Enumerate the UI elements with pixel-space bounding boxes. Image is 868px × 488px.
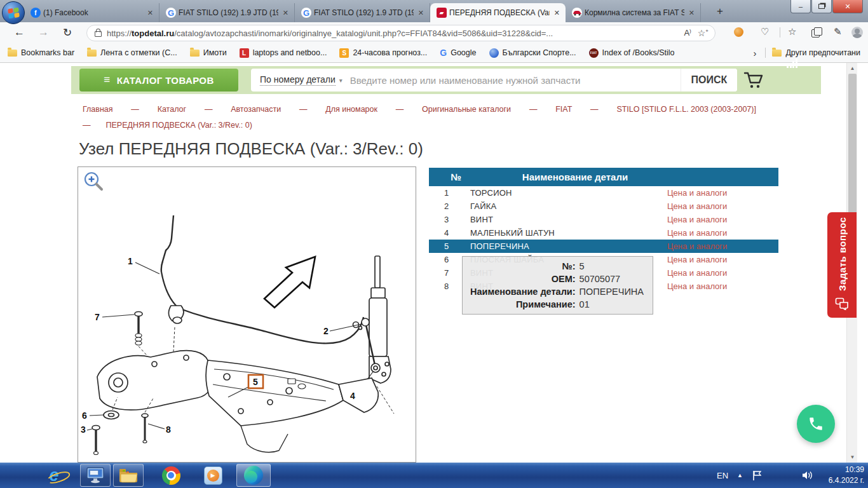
- part-name: ТОРСИОН: [464, 188, 667, 198]
- table-row[interactable]: 3 ВИНТ Цена и аналоги: [429, 213, 778, 226]
- chevron-down-icon[interactable]: ▾: [339, 77, 342, 84]
- zoom-in-icon[interactable]: [85, 173, 102, 189]
- part-5-marker[interactable]: 5: [248, 375, 263, 388]
- bookmark-imoti[interactable]: Имоти: [190, 48, 227, 57]
- tooltip-label: OEM:: [470, 273, 576, 285]
- letter-l-icon: L: [240, 48, 249, 58]
- folder-icon: [119, 468, 138, 483]
- price-analogs-link[interactable]: Цена и аналоги: [667, 188, 727, 198]
- table-row-highlighted[interactable]: 5 ПОПЕРЕЧИНА Цена и аналоги: [429, 240, 778, 253]
- browser-essentials-icon[interactable]: ♡: [761, 26, 769, 37]
- bookmark-label: Index of /Books/Stilo: [602, 48, 675, 57]
- close-window-button[interactable]: ✕: [832, 0, 863, 13]
- breadcrumb-link[interactable]: Каталог: [158, 105, 186, 114]
- tab-kormilna-sistema[interactable]: Кормилна система за FIAT ST ✕: [566, 3, 701, 22]
- taskbar-remote-desktop[interactable]: [80, 464, 111, 487]
- minimize-button[interactable]: –: [790, 0, 811, 13]
- suspension-diagram[interactable]: 5 1 2 3 4 6 7 8: [78, 167, 416, 462]
- profile-avatar[interactable]: [851, 27, 863, 38]
- search-input[interactable]: [349, 74, 681, 86]
- taskbar-file-explorer[interactable]: [113, 464, 144, 487]
- breadcrumb-link[interactable]: Автозапчасти: [231, 105, 281, 114]
- url-host: topdetal.ru: [132, 29, 174, 38]
- table-row[interactable]: 2 ГАЙКА Цена и аналоги: [429, 200, 778, 213]
- edge-icon: [244, 466, 263, 485]
- price-analogs-link[interactable]: Цена и аналоги: [667, 281, 727, 291]
- part-number: 2: [429, 201, 464, 211]
- scroll-up-arrow[interactable]: ▲: [847, 63, 857, 74]
- scroll-down-arrow[interactable]: ▼: [847, 452, 857, 463]
- other-bookmarks[interactable]: Други предпочитани: [772, 48, 860, 57]
- restore-button[interactable]: [811, 0, 832, 13]
- close-icon[interactable]: ✕: [552, 9, 562, 17]
- bookmark-lenta[interactable]: Лента с отметки (С...: [87, 48, 177, 57]
- price-analogs-link[interactable]: Цена и аналоги: [667, 201, 727, 211]
- web-capture-icon[interactable]: ✎: [834, 26, 842, 37]
- tab-title: Кормилна система за FIAT ST: [585, 8, 684, 17]
- table-row[interactable]: 4 МАЛЕНЬКИЙ ШАТУН Цена и аналоги: [429, 226, 778, 240]
- bookmark-books-stilo[interactable]: FIATIndex of /Books/Stilo: [589, 48, 675, 58]
- taskbar-internet-explorer[interactable]: e: [39, 464, 69, 487]
- close-icon[interactable]: ✕: [687, 9, 696, 17]
- start-button[interactable]: [2, 1, 25, 24]
- breadcrumb-separator: —: [83, 121, 91, 130]
- refresh-button[interactable]: ↻: [63, 26, 72, 39]
- ask-question-button[interactable]: Задать вопрос: [827, 212, 857, 318]
- add-favorite-icon[interactable]: ☆+: [698, 28, 709, 38]
- bookmark-bookmarks-bar[interactable]: Bookmarks bar: [8, 48, 74, 57]
- breadcrumb-link[interactable]: Главная: [83, 105, 113, 114]
- breadcrumb-link[interactable]: FIAT: [555, 105, 572, 114]
- close-icon[interactable]: ✕: [146, 9, 155, 17]
- globe-icon: [489, 48, 499, 58]
- forward-button[interactable]: →: [38, 26, 49, 39]
- taskbar-clock[interactable]: 10:39 6.4.2022 г.: [822, 464, 864, 486]
- collections-squares-icon: [811, 29, 820, 37]
- table-row[interactable]: 1 ТОРСИОН Цена и аналоги: [429, 186, 778, 200]
- new-tab-button[interactable]: +: [717, 5, 723, 18]
- tab-fiat-stilo-2[interactable]: G FIAT STILO (192) 1.9 JTD (192_ ✕: [295, 3, 430, 22]
- close-icon[interactable]: ✕: [416, 9, 426, 17]
- breadcrumb-link[interactable]: STILO [STILO F.L.L. 2003 (2003-2007)]: [616, 105, 756, 114]
- taskbar-chrome[interactable]: [156, 464, 186, 487]
- taskbar-media-player[interactable]: ▶: [198, 464, 227, 487]
- price-analogs-link[interactable]: Цена и аналоги: [667, 255, 727, 264]
- search-button[interactable]: ПОИСК: [681, 69, 737, 92]
- bookmark-sport[interactable]: Български Спорте...: [489, 48, 576, 58]
- media-player-icon: ▶: [204, 466, 222, 485]
- fiat-icon: FIAT: [589, 48, 599, 58]
- price-analogs-link[interactable]: Цена и аналоги: [667, 228, 727, 238]
- price-analogs-link[interactable]: Цена и аналоги: [667, 268, 727, 278]
- bookmark-google[interactable]: GGoogle: [440, 48, 476, 58]
- taskbar-edge-active[interactable]: [236, 464, 271, 487]
- catalog-button[interactable]: ≡ КАТАЛОГ ТОВАРОВ: [79, 69, 238, 92]
- clock-date: 6.4.2022 г.: [822, 475, 864, 486]
- tab-fiat-stilo-1[interactable]: G FIAT STILO (192) 1.9 JTD (192_ ✕: [159, 3, 295, 22]
- bookmark-forecast[interactable]: S24-часова прогноз...: [339, 48, 427, 58]
- bookmark-laptops[interactable]: Llaptops and netboo...: [240, 48, 327, 58]
- breadcrumb-link[interactable]: Для иномарок: [325, 105, 377, 114]
- part-number-label: 5: [253, 377, 258, 387]
- call-button[interactable]: [797, 405, 835, 443]
- price-analogs-link[interactable]: Цена и аналоги: [667, 241, 727, 251]
- cart-button[interactable]: [743, 71, 764, 92]
- price-analogs-link[interactable]: Цена и аналоги: [667, 215, 727, 224]
- breadcrumb-link[interactable]: Оригинальные каталоги: [422, 105, 511, 114]
- collections-icon[interactable]: [811, 29, 820, 37]
- extension-icon[interactable]: [734, 27, 743, 37]
- read-aloud-icon[interactable]: A): [684, 28, 691, 37]
- url-text[interactable]: https://topdetal.ru/catalog/avtozapchast…: [107, 29, 677, 38]
- google-icon: G: [166, 8, 176, 18]
- close-icon[interactable]: ✕: [281, 9, 290, 17]
- address-bar[interactable]: https://topdetal.ru/catalog/avtozapchast…: [86, 25, 715, 41]
- language-indicator[interactable]: EN: [717, 463, 728, 488]
- favorites-icon[interactable]: ☆: [788, 26, 796, 37]
- callout-8: 8: [166, 424, 171, 435]
- volume-icon[interactable]: [802, 463, 813, 488]
- search-category-dropdown[interactable]: По номеру детали: [260, 74, 336, 86]
- signal-strength-icon[interactable]: [787, 51, 797, 76]
- tab-active-podveska[interactable]: ▰ ПЕРЕДНЯЯ ПОДВЕСКА (Var.: 3 ✕: [430, 3, 566, 22]
- tab-facebook[interactable]: f (1) Facebook ✕: [24, 3, 159, 22]
- back-button[interactable]: ←: [14, 26, 25, 39]
- tray-show-hidden-icons[interactable]: ▲: [737, 463, 743, 488]
- bookmarks-overflow-chevron[interactable]: ›: [753, 48, 756, 58]
